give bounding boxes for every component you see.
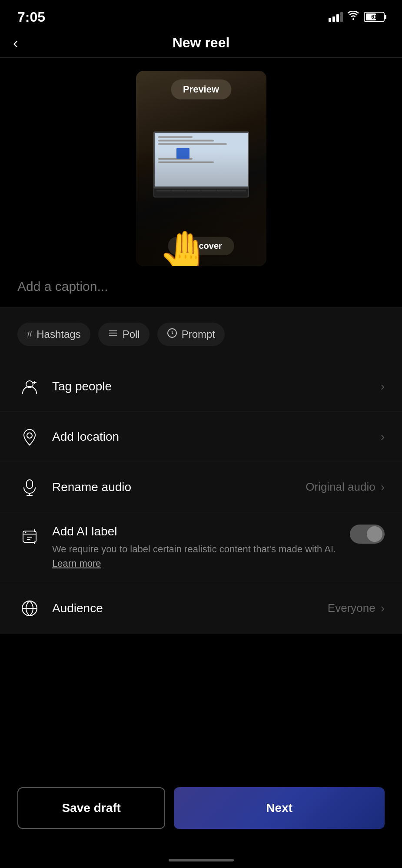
- svg-point-6: [27, 433, 32, 438]
- learn-more-link[interactable]: Learn more: [52, 558, 101, 569]
- ai-label-section: Add AI label We require you to label cer…: [0, 512, 402, 583]
- tag-people-chevron: ›: [381, 380, 385, 393]
- bottom-buttons: Save draft Next: [0, 774, 402, 842]
- ai-label-content: Add AI label We require you to label cer…: [52, 525, 350, 571]
- ai-label-desc: We require you to label certain realisti…: [52, 542, 350, 571]
- status-icons: 61: [329, 11, 385, 23]
- location-icon: [17, 425, 41, 449]
- caption-area[interactable]: [0, 266, 402, 307]
- toggle-thumb: [367, 526, 382, 542]
- status-time: 7:05: [17, 9, 45, 25]
- poll-icon: [108, 329, 118, 340]
- tag-people-item[interactable]: Tag people ›: [0, 361, 402, 412]
- poll-pill[interactable]: Poll: [98, 323, 150, 346]
- ai-label-icon: [17, 525, 41, 548]
- save-draft-button[interactable]: Save draft: [17, 787, 165, 829]
- audience-item[interactable]: Audience Everyone ›: [0, 583, 402, 634]
- rename-audio-label: Rename audio: [52, 480, 306, 494]
- audio-icon: [17, 475, 41, 499]
- audience-icon: [17, 596, 41, 620]
- audience-chevron: ›: [381, 601, 385, 615]
- battery-icon: 61: [364, 12, 385, 22]
- rename-audio-item[interactable]: Rename audio Original audio ›: [0, 462, 402, 512]
- tag-pills-row: # Hashtags Poll Prompt: [0, 307, 402, 361]
- add-location-chevron: ›: [381, 430, 385, 444]
- caption-input[interactable]: [17, 279, 385, 294]
- rename-audio-chevron: ›: [381, 480, 385, 494]
- poll-label: Poll: [123, 328, 140, 340]
- svg-rect-7: [27, 480, 33, 488]
- add-location-label: Add location: [52, 430, 381, 444]
- preview-area: Preview Edit cover 🤚: [0, 58, 402, 266]
- audience-value: Everyone: [328, 601, 375, 615]
- status-bar: 7:05 61: [0, 0, 402, 30]
- hashtags-label: Hashtags: [37, 328, 80, 340]
- prompt-icon: [167, 328, 177, 341]
- home-indicator: [169, 859, 234, 861]
- page-title: New reel: [173, 35, 230, 51]
- ai-label-title: Add AI label: [52, 525, 350, 538]
- rename-audio-value: Original audio: [306, 480, 375, 494]
- wifi-icon: [347, 11, 359, 23]
- ai-label-toggle[interactable]: [350, 525, 385, 544]
- prompt-pill[interactable]: Prompt: [157, 323, 225, 346]
- tag-people-icon: [17, 374, 41, 398]
- svg-point-11: [25, 531, 26, 533]
- hashtags-pill[interactable]: # Hashtags: [17, 323, 90, 346]
- next-button[interactable]: Next: [174, 787, 385, 829]
- back-button[interactable]: ‹: [13, 34, 18, 51]
- preview-badge[interactable]: Preview: [171, 79, 231, 99]
- signal-icon: [329, 12, 343, 22]
- tag-people-label: Tag people: [52, 380, 381, 393]
- hashtag-icon: #: [27, 329, 32, 340]
- video-thumbnail[interactable]: Preview Edit cover 🤚: [136, 71, 266, 266]
- prompt-label: Prompt: [182, 328, 215, 340]
- add-location-item[interactable]: Add location ›: [0, 412, 402, 462]
- audience-label: Audience: [52, 601, 328, 615]
- content-section: # Hashtags Poll Prompt: [0, 307, 402, 634]
- header: ‹ New reel: [0, 30, 402, 58]
- cursor-hand: 🤚: [158, 228, 212, 266]
